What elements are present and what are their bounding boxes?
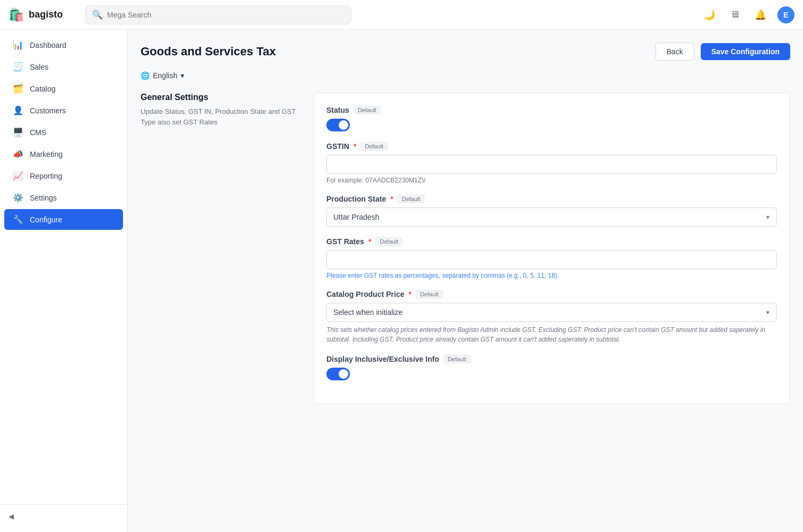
customers-icon: 👤 <box>13 105 23 115</box>
production-state-label: Production State * Default <box>326 195 777 203</box>
production-state-select[interactable]: Uttar Pradesh <box>326 207 777 227</box>
sidebar: 📊 Dashboard 🧾 Sales 🗂️ Catalog 👤 Custome… <box>0 30 128 532</box>
catalog-price-badge: Default <box>416 290 443 298</box>
gstin-input[interactable]: 0745894512AZR <box>326 155 777 174</box>
display-badge: Default <box>444 355 471 363</box>
status-slider <box>326 119 350 131</box>
sidebar-item-configure[interactable]: 🔧 Configure <box>4 209 123 230</box>
gst-rates-field-group: GST Rates * Default 5.5,7,8 Please enter… <box>326 237 777 279</box>
status-default-badge: Default <box>354 106 381 114</box>
gstin-field-group: GSTIN * Default 0745894512AZR For exampl… <box>326 142 777 184</box>
search-input[interactable] <box>107 11 345 19</box>
sidebar-item-label: CMS <box>30 128 46 137</box>
search-bar[interactable]: 🔍 <box>85 5 351 24</box>
page-header: Goods and Services Tax Back Save Configu… <box>141 43 790 61</box>
back-button[interactable]: Back <box>655 43 694 61</box>
display-toggle[interactable] <box>326 368 350 380</box>
catalog-price-select-wrapper: Select when initialize <box>326 303 777 322</box>
page-title: Goods and Services Tax <box>141 45 276 59</box>
sidebar-item-label: Marketing <box>30 150 62 159</box>
sidebar-item-label: Reporting <box>30 172 62 180</box>
bell-icon[interactable]: 🔔 <box>752 6 769 23</box>
gstin-label: GSTIN * Default <box>326 142 777 151</box>
catalog-price-required: * <box>408 290 411 298</box>
logo: 🛍️ bagisto <box>9 7 72 22</box>
display-toggle-wrapper <box>326 368 777 380</box>
gstin-default-badge: Default <box>360 142 388 151</box>
status-field-group: Status Default <box>326 106 777 131</box>
gstin-required: * <box>354 142 356 151</box>
sidebar-item-customers[interactable]: 👤 Customers <box>4 100 123 121</box>
settings-card: Status Default GSTIN * Default 074589 <box>313 93 790 404</box>
sidebar-item-label: Customers <box>30 106 66 115</box>
catalog-price-label: Catalog Product Price * Default <box>326 290 777 298</box>
user-avatar[interactable]: E <box>777 6 794 23</box>
translate-icon: 🌐 <box>141 71 150 80</box>
main-content: Goods and Services Tax Back Save Configu… <box>128 30 803 532</box>
collapse-button[interactable]: ◀ <box>9 509 119 523</box>
sidebar-item-reporting[interactable]: 📈 Reporting <box>4 165 123 186</box>
save-configuration-button[interactable]: Save Configuration <box>701 43 790 60</box>
sidebar-item-sales[interactable]: 🧾 Sales <box>4 56 123 77</box>
dashboard-icon: 📊 <box>13 40 23 50</box>
gst-rates-badge: Default <box>375 237 403 246</box>
sidebar-item-label: Settings <box>30 194 57 202</box>
sidebar-item-label: Configure <box>30 215 62 224</box>
sidebar-item-catalog[interactable]: 🗂️ Catalog <box>4 78 123 99</box>
configure-icon: 🔧 <box>13 214 23 225</box>
logo-text: bagisto <box>29 9 63 20</box>
sidebar-item-cms[interactable]: 🖥️ CMS <box>4 122 123 143</box>
sidebar-item-label: Sales <box>30 63 48 71</box>
production-state-badge: Default <box>397 195 424 203</box>
sidebar-bottom: ◀ <box>0 504 127 528</box>
cms-icon: 🖥️ <box>13 127 23 137</box>
section-title: General Settings <box>141 93 300 102</box>
display-field-group: Display Inclusive/Exclusive Info Default <box>326 355 777 380</box>
gst-rates-input[interactable]: 5.5,7,8 <box>326 250 777 269</box>
sidebar-item-marketing[interactable]: 📣 Marketing <box>4 144 123 164</box>
gst-rates-required: * <box>368 237 371 246</box>
sidebar-item-dashboard[interactable]: 📊 Dashboard <box>4 35 123 55</box>
display-label: Display Inclusive/Exclusive Info Default <box>326 355 777 363</box>
chevron-down-icon: ▾ <box>181 71 184 80</box>
language-label: English <box>153 71 177 80</box>
gstin-hint: For example: 07AADCB2230M1ZV <box>326 177 777 184</box>
reporting-icon: 📈 <box>13 171 23 181</box>
collapse-icon: ◀ <box>9 512 14 520</box>
page-actions: Back Save Configuration <box>655 43 790 61</box>
header-actions: 🌙 🖥 🔔 E <box>701 6 794 23</box>
production-state-select-wrapper: Uttar Pradesh <box>326 207 777 227</box>
catalog-icon: 🗂️ <box>13 84 23 94</box>
settings-section: General Settings Update Status, GST IN, … <box>141 93 790 404</box>
logo-icon: 🛍️ <box>9 7 24 22</box>
settings-icon: ⚙️ <box>13 193 23 203</box>
marketing-icon: 📣 <box>13 149 23 159</box>
catalog-price-hint: This sets whether catalog prices entered… <box>326 325 777 344</box>
sidebar-item-label: Dashboard <box>30 41 67 49</box>
moon-icon[interactable]: 🌙 <box>701 6 718 23</box>
section-subtitle: Update Status, GST IN, Production State … <box>141 106 300 127</box>
sidebar-item-label: Catalog <box>30 85 55 93</box>
status-toggle-wrapper <box>326 119 777 131</box>
catalog-price-select[interactable]: Select when initialize <box>326 303 777 322</box>
status-label: Status Default <box>326 106 777 114</box>
search-icon: 🔍 <box>92 10 103 20</box>
status-toggle[interactable] <box>326 119 350 131</box>
sales-icon: 🧾 <box>13 62 23 72</box>
header: 🛍️ bagisto 🔍 🌙 🖥 🔔 E <box>0 0 803 30</box>
screen-icon[interactable]: 🖥 <box>726 6 743 23</box>
display-slider <box>326 368 350 380</box>
gst-rates-label: GST Rates * Default <box>326 237 777 246</box>
language-selector[interactable]: 🌐 English ▾ <box>141 71 790 80</box>
catalog-price-field-group: Catalog Product Price * Default Select w… <box>326 290 777 344</box>
gst-rates-hint: Please enter GST rates as percentages, s… <box>326 272 777 279</box>
production-state-required: * <box>390 195 393 203</box>
section-description: General Settings Update Status, GST IN, … <box>141 93 300 404</box>
production-state-field-group: Production State * Default Uttar Pradesh <box>326 195 777 227</box>
sidebar-item-settings[interactable]: ⚙️ Settings <box>4 187 123 208</box>
